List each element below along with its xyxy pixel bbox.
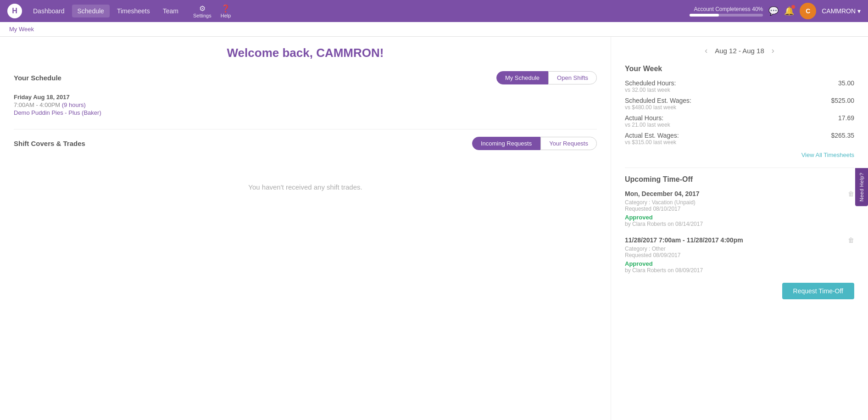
schedule-header: Your Schedule My Schedule Open Shifts (14, 71, 597, 84)
shift-location: Demo Puddin Pies - Plus (Baker) (14, 109, 597, 116)
shift-covers-header: Shift Covers & Trades Incoming Requests … (14, 137, 597, 150)
time-off-category-1: Category : Vacation (Unpaid) (625, 199, 854, 206)
stat-row-scheduled-hours: Scheduled Hours: vs 32.00 last week 35.0… (625, 79, 854, 93)
time-off-date-1: Mon, December 04, 2017 (625, 190, 854, 197)
welcome-title: Welcome back, CAMMRON! (14, 46, 597, 60)
stat-value-scheduled-hours: 35.00 (838, 79, 854, 93)
nav-schedule[interactable]: Schedule (72, 5, 110, 17)
trash-icon-2[interactable]: 🗑 (848, 236, 854, 244)
view-all-timesheets-link[interactable]: View All Timesheets (625, 151, 854, 158)
user-name[interactable]: CAMMRON ▾ (822, 7, 861, 15)
shift-covers-title: Shift Covers & Trades (14, 140, 85, 147)
user-avatar[interactable]: C (800, 3, 816, 19)
tab-my-schedule[interactable]: My Schedule (496, 71, 548, 84)
chat-icon: 💬 (768, 6, 779, 16)
time-off-approved-by-2: by Clara Roberts on 08/09/2017 (625, 267, 854, 274)
progress-bar-fill (690, 14, 719, 17)
week-label: Aug 12 - Aug 18 (715, 47, 764, 55)
prev-week-button[interactable]: ‹ (705, 46, 707, 56)
request-time-off-button[interactable]: Request Time-Off (782, 283, 854, 299)
nav-dashboard[interactable]: Dashboard (28, 5, 70, 17)
time-off-requested-2: Requested 08/09/2017 (625, 252, 854, 258)
stat-label-scheduled-wages: Scheduled Est. Wages: vs $480.00 last we… (625, 97, 691, 111)
stat-row-actual-wages: Actual Est. Wages: vs $315.00 last week … (625, 132, 854, 146)
stat-label-scheduled-hours: Scheduled Hours: vs 32.00 last week (625, 79, 676, 93)
your-week-section: Your Week Scheduled Hours: vs 32.00 last… (625, 65, 854, 146)
nav-right: Account Completeness 40% 💬 🔔 C CAMMRON ▾ (690, 3, 861, 19)
nav-settings-help: ⚙ Settings ❓ Help (189, 3, 234, 19)
shift-item: Friday Aug 18, 2017 7:00AM - 4:00PM (9 h… (14, 90, 597, 122)
nav-settings[interactable]: ⚙ Settings (189, 3, 215, 19)
shift-covers-tabs: Incoming Requests Your Requests (472, 137, 597, 150)
time-off-item-2: 🗑 11/28/2017 7:00am - 11/28/2017 4:00pm … (625, 236, 854, 274)
gear-icon: ⚙ (199, 4, 206, 13)
main-container: Welcome back, CAMMRON! Your Schedule My … (0, 37, 868, 420)
stat-label-actual-wages: Actual Est. Wages: vs $315.00 last week (625, 132, 679, 146)
notification-dot (791, 5, 795, 9)
time-off-approved-by-1: by Clara Roberts on 08/14/2017 (625, 221, 854, 227)
need-help-sidebar[interactable]: Need Help? (855, 168, 868, 206)
schedule-tabs: My Schedule Open Shifts (496, 71, 597, 84)
time-off-date-2: 11/28/2017 7:00am - 11/28/2017 4:00pm (625, 236, 854, 244)
stat-label-actual-hours: Actual Hours: vs 21.00 last week (625, 114, 670, 128)
time-off-item-1: 🗑 Mon, December 04, 2017 Category : Vaca… (625, 190, 854, 227)
time-off-category-2: Category : Other (625, 246, 854, 252)
nav-help[interactable]: ❓ Help (217, 3, 235, 19)
time-off-status-2: Approved (625, 260, 854, 267)
top-navigation: H Dashboard Schedule Timesheets Team ⚙ S… (0, 0, 868, 22)
stat-row-scheduled-wages: Scheduled Est. Wages: vs $480.00 last we… (625, 97, 854, 111)
right-panel: ‹ Aug 12 - Aug 18 › Your Week Scheduled … (611, 37, 868, 420)
your-week-title: Your Week (625, 65, 854, 73)
empty-shift-trades: You haven't received any shift trades. (14, 156, 597, 218)
left-panel: Welcome back, CAMMRON! Your Schedule My … (0, 37, 611, 420)
time-off-status-1: Approved (625, 214, 854, 221)
section-divider (14, 129, 597, 129)
breadcrumb: My Week (0, 22, 868, 37)
help-icon: ❓ (221, 4, 230, 13)
stat-row-actual-hours: Actual Hours: vs 21.00 last week 17.69 (625, 114, 854, 128)
account-completeness: Account Completeness 40% (690, 6, 763, 17)
tab-your-requests[interactable]: Your Requests (540, 137, 597, 150)
schedule-title: Your Schedule (14, 74, 61, 82)
time-off-divider (625, 168, 854, 168)
next-week-button[interactable]: › (772, 46, 774, 56)
stat-value-actual-hours: 17.69 (838, 114, 854, 128)
stat-value-actual-wages: $265.35 (831, 132, 854, 146)
time-off-section: Upcoming Time-Off 🗑 Mon, December 04, 20… (625, 175, 854, 299)
nav-timesheets[interactable]: Timesheets (111, 5, 156, 17)
shift-time: 7:00AM - 4:00PM (9 hours) (14, 101, 597, 108)
progress-bar-bg (690, 14, 763, 17)
stat-value-scheduled-wages: $525.00 (831, 97, 854, 111)
logo[interactable]: H (7, 4, 22, 18)
time-off-requested-1: Requested 08/10/2017 (625, 206, 854, 212)
shift-date: Friday Aug 18, 2017 (14, 94, 597, 101)
nav-team[interactable]: Team (157, 5, 184, 17)
tab-open-shifts[interactable]: Open Shifts (548, 71, 597, 84)
tab-incoming-requests[interactable]: Incoming Requests (472, 137, 540, 150)
week-selector: ‹ Aug 12 - Aug 18 › (625, 46, 854, 56)
trash-icon-1[interactable]: 🗑 (848, 190, 854, 197)
nav-links: Dashboard Schedule Timesheets Team (28, 5, 184, 17)
chat-icon-btn[interactable]: 💬 (768, 6, 779, 16)
notification-btn[interactable]: 🔔 (784, 6, 794, 16)
time-off-title: Upcoming Time-Off (625, 175, 854, 184)
